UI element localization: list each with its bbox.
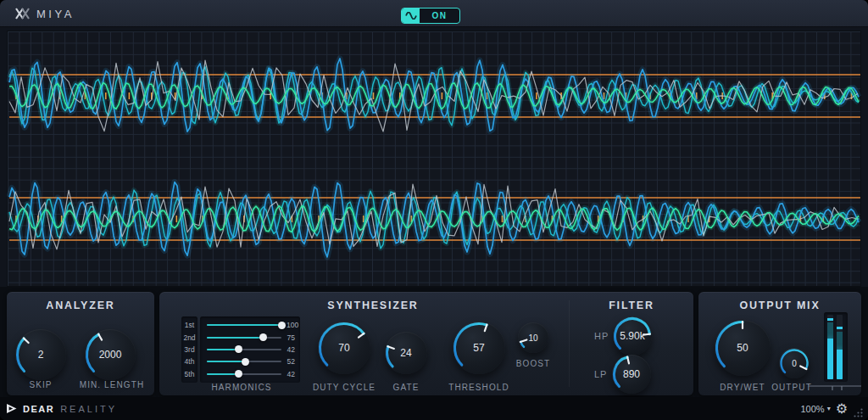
synthesizer-title: SYNTHESIZER [305,300,441,311]
knob-value: 2 [15,329,66,380]
harmonic-slider-handle[interactable] [235,370,242,378]
level-meter [824,312,848,382]
harmonic-row-label: 5th [181,370,198,378]
harmonic-slider-track[interactable] [207,373,281,375]
min-length-knob[interactable]: 2000 [85,329,136,380]
skip-knob[interactable]: 2 [15,329,66,380]
harmonic-slider-handle[interactable] [278,322,286,329]
harmonic-slider-track[interactable] [207,349,281,350]
harmonic-value: 52 [287,357,295,366]
power-toggle-label: ON [420,8,459,23]
meter-link-line [809,384,861,391]
filter-title: FILTER [581,300,682,311]
harmonic-slider-handle[interactable] [259,333,267,341]
knob-value: 2000 [85,329,136,380]
harmonic-slider-handle[interactable] [242,358,249,366]
knob-value: 5.90k [613,316,652,356]
harmonic-value: 42 [287,370,295,378]
harmonics-label-column: 1st2nd3rd4th5th [181,316,198,383]
harmonic-value: 75 [287,333,295,342]
resize-grip[interactable] [853,407,863,417]
chevron-down-icon: ▾ [827,405,831,412]
harmonics-sliders: 100 75 42 52 [200,316,300,383]
harmonic-row-label: 2nd [181,333,198,342]
harmonic-slider-row: 100 [207,319,295,331]
zoom-level-select[interactable]: 100% ▾ [801,404,831,414]
waveform-traces [8,31,862,288]
threshold-knob[interactable]: 57 [453,322,505,374]
knob-value: 890 [612,355,651,394]
harmonic-row-label: 3rd [181,345,198,354]
harmonic-slider-track[interactable] [207,361,281,362]
lp-label: LP [594,369,607,379]
boost-label: BOOST [499,359,567,368]
harmonic-slider-track[interactable] [207,337,281,339]
harmonic-row-label: 4th [181,357,198,366]
knob-value: 10 [518,322,548,353]
harmonic-slider-row: 42 [207,368,295,380]
hp-knob[interactable]: 5.90k [613,316,652,356]
duty-cycle-knob[interactable]: 70 [318,322,370,374]
brand-logo: MIYA [15,0,75,27]
harmonic-slider-handle[interactable] [235,345,242,353]
hp-label: HP [594,331,609,341]
analyzer-title: ANALYZER [7,300,154,311]
brand-light-text: REALITY [60,404,117,414]
meter-bar-right [837,315,843,379]
miya-plugin-window: MIYA ON ANALYZER 2 [0,0,868,420]
output-knob[interactable]: 0 [779,348,810,378]
harmonics-label: HARMONICS [182,383,301,392]
waveform-display [7,31,861,287]
app-title: MIYA [36,8,75,20]
title-bar: MIYA ON [0,0,868,27]
harmonic-value: 100 [287,321,298,329]
power-toggle[interactable]: ON [401,8,460,24]
miya-logo-icon [15,8,30,20]
harmonic-slider-row: 52 [207,356,295,367]
harmonic-row-label: 1st [181,321,198,329]
harmonic-slider-row: 75 [207,332,295,344]
lp-knob[interactable]: 890 [612,355,651,394]
synthesizer-panel: SYNTHESIZER 1st2nd3rd4th5th 100 75 [159,292,693,395]
knob-value: 24 [385,332,427,374]
output-mix-title: OUTPUT MIX [698,300,861,311]
settings-gear-icon[interactable]: ⚙ [836,402,848,416]
brand-bold-text: DEAR [23,404,54,414]
knob-value: 0 [779,348,810,378]
skip-label: SKIP [7,380,75,389]
boost-knob[interactable]: 10 [518,322,548,353]
dear-reality-logo-icon [7,403,18,414]
meter-bar-left [827,315,833,379]
sine-wave-icon [402,8,420,23]
gate-knob[interactable]: 24 [385,332,427,374]
dry-wet-knob[interactable]: 50 [715,320,771,376]
harmonic-slider-track[interactable] [207,324,281,326]
threshold-label: THRESHOLD [428,383,530,392]
knob-value: 70 [318,322,370,374]
filter-section-divider [569,300,570,387]
analyzer-panel: ANALYZER 2 2000 SKIP MIN. LENGTH [7,292,154,395]
knob-value: 57 [453,322,505,374]
harmonic-value: 42 [287,345,295,354]
output-mix-panel: OUTPUT MIX 50 0 DRY/WET OUTPUT [698,292,861,395]
harmonic-slider-row: 42 [207,344,295,356]
zoom-level-value: 100% [801,404,825,414]
knob-value: 50 [715,320,771,376]
dear-reality-brand: DEARREALITY [7,403,117,414]
status-bar: DEARREALITY 100% ▾ ⚙ [0,397,868,420]
min-length-label: MIN. LENGTH [75,380,149,389]
